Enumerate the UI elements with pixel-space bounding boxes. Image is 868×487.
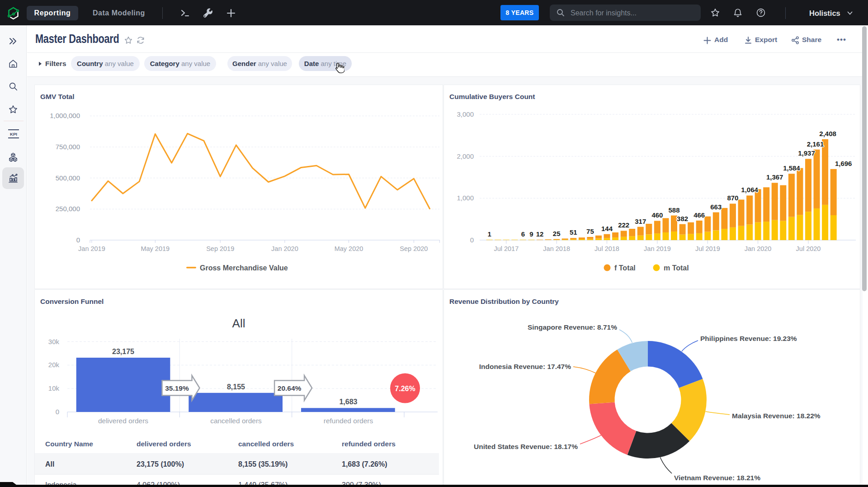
svg-text:KPI: KPI [10, 132, 17, 137]
svg-text:382: 382 [677, 215, 688, 222]
svg-text:Cumulative Buyers Count: Cumulative Buyers Count [449, 93, 535, 100]
svg-text:23,175 (100%): 23,175 (100%) [137, 460, 184, 468]
svg-text:delivered orders: delivered orders [98, 417, 148, 425]
svg-text:1,000,000: 1,000,000 [50, 112, 80, 119]
svg-text:144: 144 [601, 225, 613, 232]
svg-text:GMV Total: GMV Total [40, 93, 75, 100]
svg-text:Sep 2020: Sep 2020 [400, 245, 428, 252]
svg-text:75: 75 [586, 227, 594, 235]
svg-text:1: 1 [488, 230, 491, 238]
svg-text:1,000: 1,000 [457, 194, 474, 202]
svg-text:Jul 2018: Jul 2018 [594, 245, 619, 252]
svg-text:8,155: 8,155 [227, 383, 245, 391]
svg-text:Philippines Revenue: 19.23%: Philippines Revenue: 19.23% [700, 335, 797, 342]
svg-text:Conversion Funnel: Conversion Funnel [40, 298, 104, 305]
svg-text:Country Name: Country Name [45, 440, 93, 448]
svg-text:222: 222 [618, 221, 629, 229]
svg-text:Indonesia Revenue: 17.47%: Indonesia Revenue: 17.47% [479, 363, 571, 370]
svg-text:317: 317 [635, 217, 646, 225]
svg-text:2,000: 2,000 [457, 152, 474, 160]
svg-text:23,175: 23,175 [112, 348, 134, 355]
svg-text:51: 51 [570, 228, 577, 236]
svg-text:cancelled orders: cancelled orders [238, 440, 294, 448]
svg-text:25: 25 [553, 230, 561, 237]
svg-text:20.64%: 20.64% [278, 384, 302, 392]
svg-text:1,367: 1,367 [766, 173, 783, 181]
svg-text:United States Revenue: 18.17%: United States Revenue: 18.17% [474, 443, 578, 450]
svg-text:0: 0 [56, 408, 59, 416]
svg-text:Vietnam Revenue: 18.21%: Vietnam Revenue: 18.21% [674, 474, 760, 482]
svg-text:500,000: 500,000 [56, 174, 80, 182]
svg-text:750,000: 750,000 [56, 143, 80, 151]
svg-text:1,937: 1,937 [798, 149, 815, 157]
svg-text:Jan 2020: Jan 2020 [745, 245, 772, 252]
svg-text:m Total: m Total [664, 264, 689, 272]
svg-text:0: 0 [76, 236, 80, 244]
svg-text:466: 466 [693, 211, 705, 219]
svg-text:refunded orders: refunded orders [324, 417, 373, 425]
svg-text:f Total: f Total [614, 264, 636, 272]
svg-text:588: 588 [668, 206, 679, 214]
svg-text:refunded orders: refunded orders [342, 440, 396, 448]
svg-text:1,683: 1,683 [339, 398, 357, 406]
svg-text:May 2019: May 2019 [141, 245, 170, 252]
svg-text:Gross Merchandise Value: Gross Merchandise Value [200, 264, 288, 272]
svg-text:9: 9 [529, 230, 533, 238]
svg-text:460: 460 [651, 211, 663, 219]
svg-text:6: 6 [521, 230, 525, 238]
svg-text:1,064: 1,064 [741, 186, 758, 194]
svg-text:2,161: 2,161 [807, 140, 824, 148]
svg-text:Jul 2017: Jul 2017 [494, 245, 519, 252]
svg-text:250,000: 250,000 [56, 205, 80, 213]
svg-text:All: All [45, 460, 54, 468]
svg-text:20k: 20k [48, 361, 60, 369]
svg-text:delivered orders: delivered orders [137, 440, 191, 448]
svg-text:May 2020: May 2020 [335, 245, 363, 252]
svg-text:Jan 2019: Jan 2019 [78, 245, 105, 252]
svg-text:8,155 (35.19%): 8,155 (35.19%) [238, 460, 288, 468]
svg-text:Revenue Distribution by Countr: Revenue Distribution by Country [449, 298, 559, 305]
svg-text:35.19%: 35.19% [165, 384, 189, 392]
svg-text:Malaysia Revenue: 18.22%: Malaysia Revenue: 18.22% [732, 412, 821, 420]
svg-text:663: 663 [710, 203, 722, 211]
svg-text:7.26%: 7.26% [395, 385, 415, 392]
svg-text:Jan 2020: Jan 2020 [271, 245, 298, 252]
svg-text:3,000: 3,000 [457, 110, 474, 118]
svg-text:Sep 2019: Sep 2019 [206, 245, 234, 252]
svg-text:cancelled orders: cancelled orders [210, 417, 262, 425]
svg-text:870: 870 [727, 194, 738, 202]
svg-text:All: All [232, 317, 245, 330]
svg-text:1,584: 1,584 [783, 164, 800, 172]
svg-text:12: 12 [536, 230, 544, 238]
svg-text:0: 0 [470, 236, 474, 244]
svg-text:1,696: 1,696 [835, 160, 852, 167]
svg-text:Jul 2020: Jul 2020 [796, 245, 821, 252]
svg-text:1,683 (7.26%): 1,683 (7.26%) [342, 460, 387, 468]
svg-text:Jan 2019: Jan 2019 [644, 245, 671, 252]
svg-text:30k: 30k [48, 338, 60, 345]
svg-text:Jul 2019: Jul 2019 [695, 245, 720, 252]
svg-text:Singapore Revenue: 8.71%: Singapore Revenue: 8.71% [528, 323, 617, 331]
svg-text:Jan 2018: Jan 2018 [543, 245, 570, 252]
svg-text:2,408: 2,408 [819, 130, 836, 137]
svg-text:10k: 10k [48, 384, 60, 392]
